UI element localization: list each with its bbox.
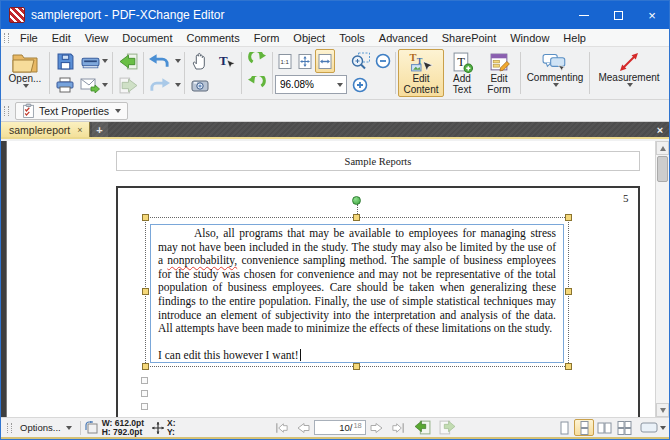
fit-width-button[interactable]	[315, 49, 335, 73]
zoom-level-combo[interactable]: 96.08%	[275, 75, 347, 94]
measurement-button[interactable]: Measurement	[592, 49, 666, 97]
menu-help[interactable]: Help	[556, 31, 593, 45]
zoom-combo-dropdown-icon	[337, 83, 343, 87]
add-text-label-2: Text	[453, 84, 471, 95]
zoom-out-button[interactable]	[373, 49, 393, 73]
edit-content-button[interactable]: T T Edit Content	[398, 49, 444, 97]
last-page-button[interactable]	[387, 419, 410, 436]
propsbar-grip[interactable]	[4, 106, 9, 116]
redo-dropdown[interactable]	[172, 73, 182, 97]
resize-handle-top-center[interactable]	[353, 214, 360, 221]
rotate-cw-button[interactable]	[244, 73, 270, 97]
statusbar-grip[interactable]	[7, 423, 12, 433]
resize-handle-bottom-left[interactable]	[142, 363, 149, 370]
undo-dropdown[interactable]	[172, 49, 182, 73]
rotation-handle[interactable]	[352, 196, 361, 205]
vertical-scrollbar[interactable]	[655, 141, 669, 417]
add-text-button[interactable]: T Add Text	[444, 49, 480, 97]
menu-window[interactable]: Window	[503, 31, 556, 45]
resize-handle-top-left[interactable]	[142, 214, 149, 221]
single-page-layout-button[interactable]	[554, 419, 574, 436]
open-button[interactable]: Open...	[3, 49, 47, 97]
print-button[interactable]	[52, 73, 78, 97]
resize-handle-middle-right[interactable]	[565, 288, 572, 295]
select-text-button[interactable]: T	[213, 49, 239, 73]
page-number-field[interactable]: 10/18	[314, 420, 366, 435]
resize-handle-bottom-right[interactable]	[565, 363, 572, 370]
maximize-button[interactable]	[601, 1, 635, 29]
menu-file[interactable]: File	[13, 31, 45, 45]
main-toolbar: Open...	[1, 47, 669, 100]
menu-sharepoint[interactable]: SharePoint	[435, 31, 503, 45]
email-icon	[80, 78, 100, 93]
next-page-button[interactable]	[366, 419, 387, 436]
previous-page-button[interactable]	[293, 419, 314, 436]
menu-advanced[interactable]: Advanced	[372, 31, 435, 45]
minimize-button[interactable]	[567, 1, 601, 29]
paragraph-limitations[interactable]: Also, all programs that may be available…	[158, 227, 556, 336]
snapshot-button[interactable]	[187, 73, 213, 97]
import-button[interactable]	[115, 49, 141, 73]
pdf-page[interactable]: Sample Reports 5 Also, all programs that…	[8, 141, 655, 417]
menu-comments[interactable]: Comments	[180, 31, 247, 45]
hand-tool-button[interactable]	[187, 49, 213, 73]
text-properties-button[interactable]: Text Properties	[15, 102, 128, 120]
fit-width-icon	[317, 53, 333, 70]
tabbar-close-button[interactable]: ×	[651, 122, 669, 137]
menu-form[interactable]: Form	[247, 31, 287, 45]
two-page-continuous-layout-icon	[617, 421, 632, 435]
edited-line[interactable]: I can edit this however I want!	[158, 349, 556, 363]
app-logo-icon	[9, 7, 25, 23]
save-button[interactable]	[52, 49, 78, 73]
two-page-layout-button[interactable]	[594, 419, 614, 436]
resize-handle-bottom-center[interactable]	[353, 363, 360, 370]
previous-view-button[interactable]	[410, 419, 435, 436]
document-left-edge	[1, 141, 7, 417]
menu-view[interactable]: View	[78, 31, 116, 45]
options-button[interactable]: Options...	[16, 419, 76, 436]
tab-samplereport[interactable]: samplereport ×	[1, 122, 90, 137]
zoom-in-button[interactable]	[347, 73, 373, 97]
commenting-button[interactable]: Commenting	[523, 49, 587, 97]
scroll-down-button[interactable]	[656, 403, 669, 417]
scan-button[interactable]	[78, 49, 110, 73]
menubar-grip[interactable]	[4, 33, 9, 43]
fit-page-button[interactable]	[295, 49, 315, 73]
page-header-text: Sample Reports	[345, 156, 412, 167]
email-button[interactable]	[78, 73, 110, 97]
menu-edit[interactable]: Edit	[45, 31, 78, 45]
two-page-continuous-layout-button[interactable]	[614, 419, 634, 436]
page-height-value: H: 792.0pt	[102, 428, 144, 437]
resize-handle-top-right[interactable]	[565, 214, 572, 221]
first-page-button[interactable]	[270, 419, 293, 436]
edit-form-button[interactable]: Edit Form	[480, 49, 518, 97]
scroll-up-button[interactable]	[656, 141, 669, 155]
printed-page-number: 5	[623, 192, 629, 204]
text-properties-dropdown-icon	[115, 109, 121, 113]
menu-object[interactable]: Object	[286, 31, 332, 45]
menu-document[interactable]: Document	[115, 31, 179, 45]
resize-handle-middle-left[interactable]	[142, 288, 149, 295]
rotate-ccw-button[interactable]	[244, 49, 270, 73]
tab-close-icon[interactable]: ×	[77, 125, 82, 135]
close-button[interactable]: ×	[635, 1, 669, 29]
zoom-out-icon	[375, 53, 391, 69]
email-dropdown-icon	[102, 83, 108, 87]
next-view-button[interactable]	[435, 419, 460, 436]
printer-icon	[56, 77, 74, 93]
actual-size-button[interactable]: 1:1	[275, 49, 295, 73]
undo-button[interactable]	[146, 49, 172, 73]
import-arrow-icon	[119, 53, 138, 70]
text-edit-area[interactable]: Also, all programs that may be available…	[150, 224, 564, 363]
new-tab-button[interactable]: +	[92, 122, 108, 137]
page-header-box[interactable]: Sample Reports	[116, 151, 640, 171]
redo-button[interactable]	[146, 73, 172, 97]
current-page-value: 10	[339, 422, 350, 433]
background-color-button[interactable]	[640, 422, 666, 433]
scrollbar-thumb[interactable]	[657, 156, 668, 182]
menu-tools[interactable]: Tools	[332, 31, 372, 45]
selected-text-box[interactable]: Also, all programs that may be available…	[145, 217, 569, 367]
zoom-marquee-button[interactable]	[347, 49, 373, 73]
export-button[interactable]	[115, 73, 141, 97]
continuous-layout-button[interactable]	[574, 419, 594, 436]
